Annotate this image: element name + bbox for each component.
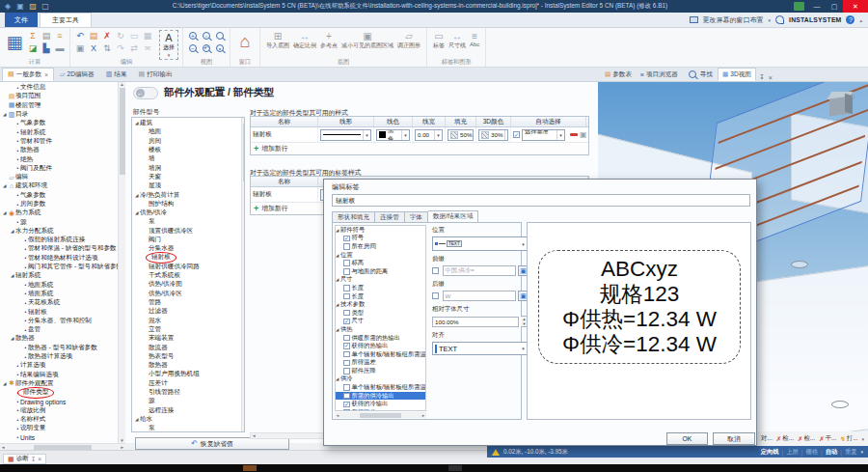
main-tools-tab[interactable]: 主要工具 bbox=[40, 13, 92, 27]
remove-row-icon[interactable] bbox=[570, 133, 578, 136]
checked-checkbox[interactable]: ✓ bbox=[343, 343, 350, 349]
auto-select-checkbox[interactable]: ✓ bbox=[513, 131, 520, 138]
ok-button[interactable]: OK bbox=[666, 432, 708, 445]
field-item-尺寸[interactable]: ✓尺寸 bbox=[336, 318, 425, 326]
sidebar-item-管材和绝热材料设计选项[interactable]: •管材和绝热材料设计选项 bbox=[0, 254, 124, 263]
set-scale-button[interactable]: ↔确定比例 bbox=[291, 30, 318, 51]
select-button[interactable]: A选择▾ bbox=[159, 30, 178, 60]
label-name-input[interactable]: 辐射板 bbox=[332, 194, 750, 207]
status-item[interactable]: ✗检... bbox=[798, 434, 815, 443]
sidebar-vertical-scrollbar[interactable]: ▲▼ bbox=[118, 82, 125, 443]
unchecked-checkbox[interactable] bbox=[343, 243, 350, 250]
status-item[interactable]: ↯打... bbox=[840, 434, 857, 443]
tree-horizontal-scrollbar[interactable]: ◄► bbox=[335, 412, 426, 418]
model-item-供热/供冷区[interactable]: 供热/供冷区 bbox=[132, 290, 244, 298]
column-header-名称[interactable]: 名称 bbox=[251, 117, 318, 126]
column-header-自动选择[interactable]: 自动选择 bbox=[511, 117, 586, 126]
mode-toggle-栅格[interactable]: 栅格 bbox=[805, 448, 818, 457]
field-item-类型[interactable]: 类型 bbox=[336, 309, 425, 318]
mode-toggle-重复[interactable]: 重复 bbox=[845, 448, 857, 457]
duplicate-row-icon[interactable]: ▣ bbox=[580, 130, 587, 139]
column-header-填充[interactable]: 填充 bbox=[446, 117, 476, 126]
model-item-小型户用换热机组[interactable]: 小型户用换热机组 bbox=[132, 370, 244, 378]
model-item-屋顶[interactable]: 屋顶 bbox=[132, 181, 244, 190]
field-item-获得的冷输出[interactable]: ✓获得的冷输出 bbox=[336, 400, 425, 408]
unchecked-checkbox[interactable] bbox=[343, 285, 350, 292]
sidebar-item-散热器计算选项[interactable]: •散热器计算选项 bbox=[0, 352, 124, 361]
suffix-checkbox[interactable] bbox=[432, 292, 439, 299]
chevron-down-icon[interactable]: ▾ bbox=[860, 449, 863, 455]
sidebar-item-墙面系统[interactable]: •墙面系统 bbox=[0, 290, 124, 298]
close-tab-icon[interactable]: × bbox=[44, 71, 48, 78]
unchecked-checkbox[interactable] bbox=[343, 384, 350, 391]
mode-toggle-定向线[interactable]: 定向线 bbox=[761, 448, 779, 457]
sidebar-item-分集水器、管件和控制[interactable]: •分集水器、管件和控制 bbox=[0, 317, 124, 325]
model-tree-scrollbar[interactable]: ▲▼ bbox=[241, 118, 245, 431]
close-button[interactable]: ✕ bbox=[843, 0, 868, 13]
minimize-button[interactable]: — bbox=[808, 0, 826, 13]
checked-checkbox[interactable]: ✓ bbox=[343, 402, 350, 408]
sidebar-item-辐射板[interactable]: •辐射板 bbox=[0, 307, 124, 316]
model-item-散热器[interactable]: 散热器 bbox=[132, 361, 244, 370]
orientation-cube[interactable] bbox=[826, 90, 854, 119]
sidebar-item-阀门和其它管件 - 型号和缺省参数[interactable]: •阀门和其它管件 - 型号和缺省参数 bbox=[0, 263, 124, 271]
model-item-末端装置[interactable]: 末端装置 bbox=[132, 334, 244, 343]
sidebar-item-盘管[interactable]: •盘管 bbox=[0, 325, 124, 334]
mode-toggle-上层[interactable]: 上层 bbox=[786, 448, 799, 457]
sidebar-item-气象参数[interactable]: •气象参数 bbox=[0, 191, 124, 200]
column-header-线色[interactable]: 线色 bbox=[374, 117, 413, 126]
prefix-input[interactable]: 中国,供冷= bbox=[443, 265, 517, 276]
auto-select-dropdown[interactable]: 选择基准 ...▾ bbox=[522, 129, 565, 141]
color-3d-dropdown[interactable]: 30%▾ bbox=[478, 129, 508, 141]
unchecked-checkbox[interactable] bbox=[343, 335, 350, 342]
field-item-符号[interactable]: ✓符号 bbox=[336, 235, 425, 243]
tab-print-output[interactable]: ▤打印输出 bbox=[133, 68, 178, 81]
model-item-压差计[interactable]: 压差计 bbox=[132, 379, 244, 388]
status-item[interactable]: ✗干... bbox=[819, 434, 836, 443]
tab-2d-editor[interactable]: ▱2D编辑器 bbox=[54, 68, 100, 81]
model-item-给水[interactable]: ◢给水 bbox=[132, 415, 244, 424]
model-item-泵[interactable]: 泵 bbox=[132, 217, 244, 226]
model-item-建筑[interactable]: ◢建筑 bbox=[132, 119, 244, 127]
unchecked-checkbox[interactable] bbox=[343, 368, 350, 375]
help-icon[interactable]: ? bbox=[846, 15, 854, 24]
model-item-围护结构[interactable]: 围护结构 bbox=[132, 200, 244, 208]
model-item-管路[interactable]: 管路 bbox=[132, 298, 244, 307]
sidebar-item-地面系统[interactable]: •地面系统 bbox=[0, 281, 124, 290]
column-header-3D颜色[interactable]: 3D颜色 bbox=[476, 117, 511, 126]
checked-checkbox[interactable]: ✓ bbox=[343, 236, 350, 242]
sidebar-item-热力系统[interactable]: ◢◉热力系统 bbox=[0, 208, 124, 217]
field-group-供热[interactable]: ◢供热 bbox=[336, 325, 425, 334]
pin-icon[interactable]: ↧ bbox=[759, 73, 765, 81]
model-item-混水[interactable]: 混水 bbox=[132, 317, 244, 325]
tab-results[interactable]: ▥结果 bbox=[100, 68, 133, 81]
field-item-长度[interactable]: 长度 bbox=[336, 292, 425, 301]
field-item-单个辐射板/辐射板组所需温差[interactable]: 单个辐射板/辐射板组所需温差 bbox=[336, 383, 425, 392]
sidebar-item-辐射系统[interactable]: •辐射系统 bbox=[0, 127, 124, 136]
field-group-尺寸[interactable]: ◢尺寸 bbox=[336, 276, 425, 285]
back-button[interactable]: ← bbox=[133, 87, 158, 99]
model-item-辐射供暖供冷回路[interactable]: 辐射供暖供冷回路 bbox=[132, 263, 244, 271]
cancel-button[interactable]: 取消 bbox=[713, 432, 755, 445]
sidebar-item-辐射系统[interactable]: ◢辐射系统 bbox=[0, 271, 124, 280]
field-group-技术参数[interactable]: ◢技术参数 bbox=[336, 300, 425, 309]
model-item-顶置供暖供冷区[interactable]: 顶置供暖供冷区 bbox=[132, 227, 244, 236]
tab-parameter-table[interactable]: ▤参数表 bbox=[601, 68, 636, 81]
checked-checkbox[interactable]: ✓ bbox=[343, 319, 350, 325]
fill-dropdown[interactable]: 50%▾ bbox=[448, 129, 474, 141]
tab-find[interactable]: 寻找 bbox=[683, 68, 717, 81]
model-item-供热/供冷[interactable]: ◢供热/供冷 bbox=[132, 208, 244, 217]
model-item-引线管路径[interactable]: 引线管路径 bbox=[132, 388, 244, 397]
field-group-部件符号[interactable]: ◢部件符号 bbox=[336, 226, 425, 235]
sidebar-item-Drawing options[interactable]: •Drawing options bbox=[0, 397, 124, 405]
model-item-泵[interactable]: 泵 bbox=[132, 424, 244, 432]
sidebar-item-缩放比例[interactable]: •缩放比例 bbox=[0, 406, 124, 415]
sidebar-item-部件外观配置[interactable]: ◢✱部件外观配置 bbox=[0, 379, 124, 388]
sidebar-item-楼层管理[interactable]: ▦楼层管理 bbox=[0, 101, 124, 110]
sidebar-item-项目范围[interactable]: ▤项目范围 bbox=[0, 92, 124, 100]
sidebar-item-散热器[interactable]: ◢散热器 bbox=[0, 334, 124, 343]
field-item-长度[interactable]: 长度 bbox=[336, 284, 425, 292]
model-item-热表型号[interactable]: 热表型号 bbox=[132, 352, 244, 361]
field-item-所得温差[interactable]: 所得温差 bbox=[336, 408, 425, 411]
model-item-楼板[interactable]: 楼板 bbox=[132, 146, 244, 154]
